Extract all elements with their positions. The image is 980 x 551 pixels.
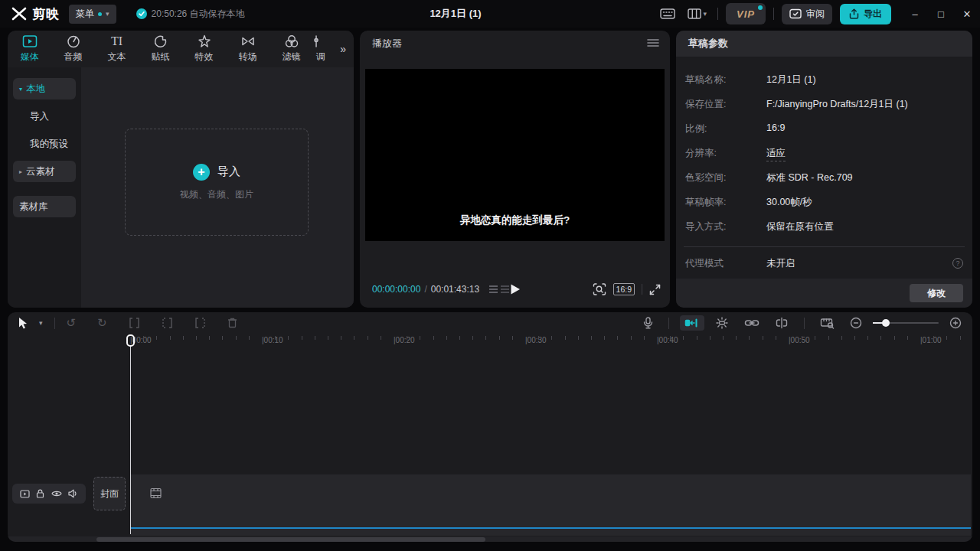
scrollbar-thumb[interactable]: [96, 537, 485, 542]
sidebar-item-label: 导入: [30, 110, 49, 123]
trim-left-button[interactable]: [158, 315, 177, 331]
chevron-down-icon: ▾: [704, 10, 707, 18]
frame-list-icon[interactable]: [489, 285, 498, 295]
sticker-icon: [153, 34, 168, 48]
draft-panel-title: 草稿参数: [676, 31, 972, 57]
adjust-icon: [313, 34, 328, 48]
sidebar-item-label: 本地: [26, 83, 45, 96]
fit-timeline-button[interactable]: [815, 315, 839, 331]
track-overlay-icon[interactable]: [20, 490, 30, 498]
player-title: 播放器: [372, 37, 402, 51]
sidebar-item-library[interactable]: 素材库: [13, 196, 76, 217]
zoom-in-button[interactable]: [945, 315, 966, 331]
menu-button[interactable]: 菜单 ▾: [69, 5, 116, 24]
select-tool-caret[interactable]: ▾: [35, 317, 47, 329]
sidebar-item-import[interactable]: 导入: [13, 106, 76, 127]
video-viewport[interactable]: 异地恋真的能走到最后?: [365, 69, 665, 241]
select-tool-button[interactable]: [14, 315, 32, 331]
draft-footer: 修改: [676, 279, 972, 308]
vip-button[interactable]: VIP: [726, 3, 766, 24]
tab-media[interactable]: 媒体: [8, 31, 51, 67]
slider-handle[interactable]: [882, 319, 890, 327]
slider-track[interactable]: [873, 322, 939, 324]
transition-icon: [240, 34, 256, 48]
timeline-zoom-slider[interactable]: [873, 322, 939, 324]
playhead-handle[interactable]: [126, 334, 135, 347]
split-button[interactable]: [125, 315, 144, 331]
shortcut-keyboard-button[interactable]: [657, 5, 678, 23]
field-value: 30.00帧/秒: [766, 196, 812, 209]
sidebar-item-local[interactable]: ▾ 本地: [13, 78, 76, 99]
record-voiceover-button[interactable]: [639, 315, 658, 331]
info-icon[interactable]: ?: [952, 258, 963, 269]
field-value-editable[interactable]: 适应: [766, 147, 786, 161]
maximize-button[interactable]: □: [928, 0, 954, 28]
main-track-magnet-toggle[interactable]: [680, 315, 704, 331]
frame-list-icon[interactable]: [501, 285, 509, 295]
redo-button[interactable]: ↻: [93, 314, 111, 332]
preview-axis-toggle[interactable]: [770, 315, 793, 331]
tab-label: 音频: [64, 51, 83, 64]
undo-button[interactable]: ↺: [63, 314, 80, 332]
review-button[interactable]: 审阅: [782, 4, 832, 24]
import-dropzone[interactable]: + 导入 视频、音频、图片: [125, 129, 309, 236]
field-value: 标准 SDR - Rec.709: [766, 171, 853, 184]
minimize-button[interactable]: –: [902, 0, 928, 28]
draft-row-colorspace: 色彩空间: 标准 SDR - Rec.709: [676, 171, 972, 187]
eye-icon[interactable]: [51, 490, 62, 497]
audio-track-line[interactable]: [131, 527, 971, 529]
player-controls: 00:00:00:00 / 00:01:43:13: [360, 279, 670, 300]
speaker-icon[interactable]: [68, 489, 78, 498]
tab-text[interactable]: TI 文本: [95, 31, 139, 67]
timeline-toolbar: ▾ ↺ ↻: [8, 312, 972, 334]
lock-icon[interactable]: [36, 489, 44, 498]
tab-sticker[interactable]: 贴纸: [139, 31, 182, 67]
play-button[interactable]: [509, 283, 521, 295]
preview-quality-icon[interactable]: [593, 283, 606, 295]
draft-row-framerate: 草稿帧率: 30.00帧/秒: [676, 196, 972, 211]
track-header-controls: [12, 484, 86, 504]
draft-row-location: 保存位置: F:/JianyingPro Drafts/12月1日 (1): [676, 98, 972, 113]
media-tabs: 媒体 音频 TI 文本 贴纸: [8, 31, 354, 67]
expand-tabs-button[interactable]: »: [335, 31, 351, 67]
app-name: 剪映: [32, 5, 60, 23]
divider: [684, 246, 965, 247]
media-sidebar: ▾ 本地 导入 我的预设 ▸ 云素材 素材库: [8, 67, 81, 308]
trim-right-button[interactable]: [191, 315, 210, 331]
cover-button[interactable]: 封面: [93, 477, 126, 510]
player-panel: 播放器 异地恋真的能走到最后? 00:00:00:00 / 00:01:43:1…: [360, 31, 670, 308]
timeline-ruler[interactable]: |00:00|00:10|00:20|00:30|00:40|00:50|01:…: [130, 334, 972, 350]
tab-effects[interactable]: 特效: [182, 31, 226, 67]
timecode: 00:00:00:00 / 00:01:43:13: [372, 284, 509, 295]
window-controls: – □ ✕: [902, 0, 980, 28]
divider: [773, 8, 774, 20]
delete-button[interactable]: [224, 315, 241, 331]
sidebar-item-presets[interactable]: 我的预设: [13, 133, 76, 155]
tab-audio[interactable]: 音频: [51, 31, 95, 67]
divider: [717, 8, 718, 20]
zoom-out-button[interactable]: [845, 315, 867, 331]
aspect-ratio-button[interactable]: 16:9: [613, 283, 635, 295]
modify-button[interactable]: 修改: [910, 284, 963, 302]
auto-snap-toggle[interactable]: [710, 315, 733, 331]
sidebar-item-cloud[interactable]: ▸ 云素材: [13, 161, 76, 182]
sidebar-item-label: 素材库: [19, 201, 48, 214]
import-hint: 视频、音频、图片: [180, 188, 253, 201]
tab-filter[interactable]: 滤镜: [270, 31, 313, 67]
player-menu-icon[interactable]: [647, 38, 659, 47]
video-track[interactable]: [131, 474, 971, 536]
layout-switch-button[interactable]: ▾: [684, 5, 710, 23]
fullscreen-icon[interactable]: [649, 284, 661, 295]
export-button[interactable]: 导出: [840, 4, 891, 24]
cover-label: 封面: [100, 487, 119, 500]
close-button[interactable]: ✕: [954, 0, 980, 28]
tab-transition[interactable]: 转场: [226, 31, 270, 67]
divider: [642, 284, 642, 295]
tab-label: 滤镜: [283, 51, 301, 64]
field-value: 未开启: [766, 257, 795, 270]
vip-notification-dot: [758, 5, 763, 10]
link-toggle[interactable]: [740, 315, 764, 331]
tab-adjust-clipped[interactable]: 调: [313, 31, 328, 67]
divider: [804, 318, 805, 329]
field-value: 保留在原有位置: [766, 220, 834, 233]
